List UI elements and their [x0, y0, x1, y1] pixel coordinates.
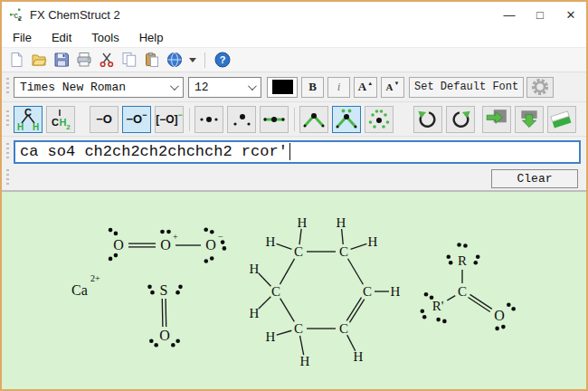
lone-dots-row-button[interactable] — [194, 106, 223, 133]
rotate-ccw-button[interactable] — [413, 106, 442, 133]
chevron-down-icon — [170, 81, 179, 91]
svg-text:H: H — [337, 215, 346, 230]
o-anion-sup: − — [142, 110, 147, 119]
bold-button[interactable]: B — [301, 77, 324, 98]
dots-triangle-icon — [228, 107, 255, 132]
new-document-icon[interactable] — [7, 51, 25, 69]
font-size-select[interactable]: 12 — [188, 77, 261, 98]
svg-text:S: S — [160, 282, 168, 298]
ch2-bent-button[interactable]: C H H — [14, 106, 43, 133]
toolbar-grip[interactable] — [6, 143, 9, 161]
gear-icon — [530, 77, 550, 97]
menu-edit[interactable]: Edit — [42, 31, 81, 44]
settings-button[interactable] — [526, 77, 554, 98]
svg-text:H: H — [266, 234, 276, 249]
menu-help[interactable]: Help — [129, 31, 174, 44]
text-cursor — [289, 143, 291, 160]
decrease-font-button[interactable]: A ▼ — [381, 77, 404, 98]
dropdown-arrow-icon[interactable] — [189, 58, 196, 62]
italic-button[interactable]: i — [327, 77, 350, 98]
toolbar-grip[interactable] — [6, 78, 9, 96]
svg-text:O: O — [160, 237, 171, 253]
formula-row: ca so4 ch2ch2ch2chchch2 rcor' — [2, 136, 586, 167]
svg-text:H: H — [391, 284, 401, 299]
export-down-button[interactable] — [515, 106, 544, 133]
print-icon[interactable] — [75, 51, 93, 69]
app-icon: c 2 — [9, 7, 24, 22]
font-family-select[interactable]: Times New Roman — [14, 77, 184, 98]
structure-canvas[interactable]: OO+O−Ca2+SOCCCCCCHHHHHHHHHHRCR'O — [2, 192, 586, 389]
svg-text:Ca: Ca — [71, 282, 88, 298]
window: c 2 FX ChemStruct 2 — □ ✕ File Edit Tool… — [0, 0, 588, 391]
o-bracket-button[interactable]: [−O]− — [155, 106, 184, 133]
eraser-icon — [550, 108, 574, 131]
toolbar-grip[interactable] — [6, 169, 9, 187]
svg-text:H: H — [298, 215, 308, 230]
increase-font-button[interactable]: A ▲ — [354, 77, 377, 98]
paste-icon[interactable] — [143, 51, 161, 69]
save-icon[interactable] — [52, 51, 71, 69]
o-anion-button[interactable]: −O− — [122, 106, 151, 133]
menu-bar: File Edit Tools Help — [2, 27, 586, 47]
formula-input[interactable]: ca so4 ch2ch2ch2chchch2 rcor' — [14, 140, 581, 164]
o-single-label: −O — [96, 112, 112, 126]
svg-text:O: O — [113, 237, 124, 253]
svg-text:C: C — [24, 107, 32, 118]
dots-cluster-icon — [365, 107, 393, 132]
svg-text:R': R' — [432, 299, 444, 313]
svg-text:2+: 2+ — [90, 273, 100, 283]
svg-text:C: C — [363, 284, 372, 299]
svg-text:C: C — [271, 284, 280, 299]
lone-dots-triangle-button[interactable] — [227, 106, 256, 133]
link-globe-icon[interactable] — [166, 51, 184, 69]
ch2-linear-icon: C H 2 — [47, 107, 74, 132]
svg-text:O: O — [205, 237, 216, 253]
help-icon[interactable]: ? — [213, 51, 232, 69]
maximize-button[interactable]: □ — [525, 4, 555, 25]
menu-tools[interactable]: Tools — [81, 31, 128, 44]
formula-text: ca so4 ch2ch2ch2chchch2 rcor' — [20, 143, 288, 160]
toolbar-grip[interactable] — [6, 110, 9, 129]
molecule-drawing: OO+O−Ca2+SOCCCCCCHHHHHHHHHHRCR'O — [2, 192, 586, 389]
rotate-cw-button[interactable] — [446, 106, 475, 133]
svg-text:H: H — [354, 349, 364, 364]
svg-text:2: 2 — [66, 123, 71, 131]
font-color-button[interactable] — [267, 77, 298, 98]
ch2-linear-button[interactable]: C H 2 — [46, 106, 75, 133]
o-single-button[interactable]: −O — [90, 106, 119, 133]
o-bracket-sup: − — [178, 110, 183, 119]
svg-text:+: + — [173, 232, 178, 242]
eraser-button[interactable] — [547, 106, 576, 133]
open-folder-icon[interactable] — [30, 51, 48, 69]
set-default-font-button[interactable]: Set Default Font — [409, 77, 524, 98]
dots-row-icon — [195, 107, 223, 132]
export-down-icon — [517, 108, 541, 131]
toolbar-separator — [294, 108, 295, 131]
bond-line-dot-button[interactable] — [260, 106, 289, 133]
close-button[interactable]: ✕ — [555, 4, 586, 25]
main-toolbar: ? — [2, 47, 586, 72]
svg-text:C: C — [294, 321, 303, 336]
rotate-ccw-icon — [416, 108, 440, 131]
svg-text:H: H — [33, 122, 39, 132]
title-bar: c 2 FX ChemStruct 2 — □ ✕ — [2, 2, 586, 27]
clear-row: Clear — [2, 167, 586, 190]
svg-text:H: H — [250, 262, 260, 276]
up-triangle-icon: ▲ — [367, 81, 373, 86]
copy-icon[interactable] — [120, 51, 138, 69]
angle-bond-button[interactable] — [299, 106, 328, 133]
chevron-down-icon — [248, 81, 257, 91]
minimize-button[interactable]: — — [494, 4, 525, 25]
toolbar-separator — [204, 52, 205, 68]
angle-bond-lone-pair-button[interactable] — [332, 106, 361, 133]
dots-cluster-button[interactable] — [365, 106, 394, 133]
svg-text:2: 2 — [18, 15, 22, 22]
svg-text:H: H — [250, 306, 260, 320]
export-right-button[interactable] — [482, 106, 511, 133]
increase-font-label: A — [358, 80, 366, 94]
svg-text:H: H — [266, 329, 276, 344]
cut-icon[interactable] — [98, 51, 116, 69]
font-size-value: 12 — [194, 81, 209, 94]
menu-file[interactable]: File — [3, 31, 42, 44]
clear-button[interactable]: Clear — [491, 169, 578, 188]
